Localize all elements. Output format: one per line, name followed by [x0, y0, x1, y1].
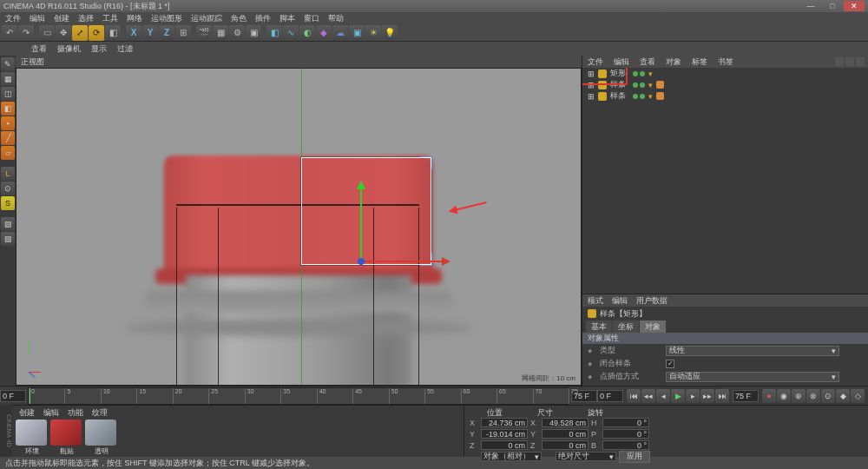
- palette-display[interactable]: 显示: [91, 43, 107, 55]
- goto-end-icon[interactable]: ⏭: [715, 389, 729, 403]
- render-view-icon[interactable]: 🎬: [196, 25, 212, 41]
- attr-tab-object[interactable]: 对象: [640, 320, 666, 333]
- visibility-render-dot[interactable]: [640, 71, 645, 76]
- menu-character[interactable]: 角色: [231, 13, 247, 24]
- render-region-icon[interactable]: ▦: [213, 25, 228, 41]
- selection-rectangle[interactable]: [301, 157, 431, 265]
- chevron-down-icon[interactable]: ▾: [648, 92, 653, 101]
- size-field[interactable]: 49.528 cm: [542, 418, 589, 427]
- timeline-range-field[interactable]: 75 F: [733, 390, 759, 402]
- add-camera-icon[interactable]: ▣: [349, 25, 365, 41]
- coord-apply-button[interactable]: 应用: [619, 451, 650, 463]
- search-icon[interactable]: [835, 57, 844, 66]
- pos-field[interactable]: 0 cm: [481, 440, 528, 450]
- attr-tab-mode[interactable]: 模式: [588, 295, 603, 307]
- point-mode-icon[interactable]: ▪: [1, 116, 15, 130]
- add-environment-icon[interactable]: ☁: [332, 25, 348, 41]
- menu-mesh[interactable]: 网络: [127, 13, 142, 24]
- gizmo-y-axis[interactable]: [360, 183, 362, 261]
- tag-icon[interactable]: [656, 92, 664, 100]
- menu-create[interactable]: 创建: [54, 13, 69, 24]
- count-field[interactable]: 8◂▸: [666, 385, 718, 386]
- material-swatch[interactable]: 透明: [85, 419, 118, 456]
- rot-field[interactable]: 0 °: [602, 418, 649, 427]
- model-mode-icon[interactable]: ▦: [1, 72, 15, 86]
- prev-frame-icon[interactable]: ◂: [656, 389, 670, 403]
- material-swatch[interactable]: 瓶贴: [50, 419, 83, 456]
- axis-icon[interactable]: L: [1, 167, 15, 181]
- object-manager[interactable]: ⊞ 矩形 ▾ ⊞ 样条 ▾ ⊞ 样条 ▾: [582, 68, 868, 294]
- autokey-icon[interactable]: ◉: [777, 389, 791, 403]
- visibility-editor-dot[interactable]: [633, 71, 638, 76]
- om-tab-tags[interactable]: 标签: [692, 56, 707, 68]
- menu-icon[interactable]: [856, 57, 865, 66]
- move-tool-icon[interactable]: ✥: [56, 25, 71, 41]
- rot-field[interactable]: 0 °: [602, 440, 649, 450]
- menu-help[interactable]: 帮助: [328, 13, 344, 24]
- attr-tab-coord[interactable]: 坐标: [613, 320, 639, 333]
- pos-field[interactable]: -19.014 cm: [481, 429, 528, 439]
- tag-icon[interactable]: [656, 81, 664, 89]
- type-select[interactable]: 线性▾: [666, 346, 839, 356]
- render-settings-icon[interactable]: ⚙: [229, 25, 245, 41]
- coord-mode-size[interactable]: 绝对尺寸▾: [556, 452, 616, 461]
- size-field[interactable]: 0 cm: [542, 440, 589, 450]
- coord-system-icon[interactable]: ⊞: [175, 25, 191, 41]
- key-param-icon[interactable]: ◆: [836, 389, 850, 403]
- palette-camera[interactable]: 摄像机: [57, 43, 81, 55]
- workplane-y-icon[interactable]: ▧: [1, 232, 15, 246]
- close-button[interactable]: ✕: [844, 1, 865, 11]
- attr-tab-edit[interactable]: 编辑: [612, 295, 628, 307]
- maximize-button[interactable]: □: [822, 1, 843, 11]
- om-tab-objects[interactable]: 对象: [666, 56, 681, 68]
- menu-motiontrack[interactable]: 运动跟踪: [191, 13, 222, 24]
- mat-tab-create[interactable]: 创建: [19, 407, 35, 418]
- timeline-ruler[interactable]: 051015202530354045505560657075: [28, 387, 569, 405]
- snap-settings-icon[interactable]: S: [1, 196, 15, 210]
- timeline-current-field[interactable]: 0 F: [597, 390, 623, 402]
- menu-tools[interactable]: 工具: [102, 13, 118, 24]
- timeline-start-field[interactable]: 0 F: [0, 390, 26, 402]
- content-browser-icon[interactable]: 💡: [382, 25, 398, 41]
- add-cube-icon[interactable]: ◧: [266, 25, 282, 41]
- mat-tab-edit[interactable]: 编辑: [43, 407, 59, 418]
- key-pos-icon[interactable]: ⊕: [792, 389, 806, 403]
- edge-mode-icon[interactable]: ╱: [1, 131, 15, 145]
- key-scale-icon[interactable]: ⊗: [806, 389, 820, 403]
- snap-icon[interactable]: ⊙: [1, 182, 15, 195]
- object-row[interactable]: ⊞ 样条 ▾: [582, 90, 868, 102]
- workplane-x-icon[interactable]: ▨: [1, 217, 15, 231]
- polygon-mode-icon[interactable]: ▱: [1, 146, 15, 160]
- add-light-icon[interactable]: ☀: [365, 25, 381, 41]
- workplane-icon[interactable]: ◧: [1, 102, 15, 116]
- undo-icon[interactable]: ↶: [2, 25, 17, 41]
- om-tab-view[interactable]: 查看: [640, 56, 655, 68]
- rot-field[interactable]: 0 °: [602, 429, 649, 439]
- z-axis-toggle[interactable]: Z: [159, 25, 174, 41]
- expand-icon[interactable]: ⊞: [588, 92, 595, 101]
- prev-key-icon[interactable]: ◂◂: [641, 389, 655, 403]
- menu-edit[interactable]: 编辑: [30, 13, 45, 24]
- mat-tab-tex[interactable]: 纹理: [92, 407, 108, 418]
- mat-tab-func[interactable]: 功能: [68, 407, 83, 418]
- next-frame-icon[interactable]: ▸: [686, 389, 700, 403]
- chevron-down-icon[interactable]: ▾: [648, 69, 653, 78]
- pos-field[interactable]: 24.736 cm: [481, 418, 528, 427]
- coord-mode-pos[interactable]: 对象（相对）▾: [481, 452, 542, 461]
- add-spline-icon[interactable]: ∿: [283, 25, 299, 41]
- make-editable-icon[interactable]: ✎: [1, 57, 15, 71]
- add-deformer-icon[interactable]: ◆: [316, 25, 332, 41]
- select-tool-icon[interactable]: ▭: [39, 25, 55, 41]
- attr-tab-basic[interactable]: 基本: [586, 320, 612, 333]
- y-axis-toggle[interactable]: Y: [142, 25, 158, 41]
- record-key-icon[interactable]: ●: [762, 389, 776, 403]
- redo-icon[interactable]: ↷: [18, 25, 34, 41]
- minimize-button[interactable]: —: [800, 1, 821, 11]
- next-key-icon[interactable]: ▸▸: [700, 389, 714, 403]
- goto-start-icon[interactable]: ⏮: [627, 389, 641, 403]
- size-field[interactable]: 0 cm: [542, 429, 589, 439]
- rotate-tool-icon[interactable]: ⟳: [89, 25, 104, 41]
- menu-plugins[interactable]: 插件: [255, 13, 271, 24]
- viewport[interactable]: 网格间距：10 cm: [16, 68, 582, 386]
- x-axis-toggle[interactable]: X: [126, 25, 141, 41]
